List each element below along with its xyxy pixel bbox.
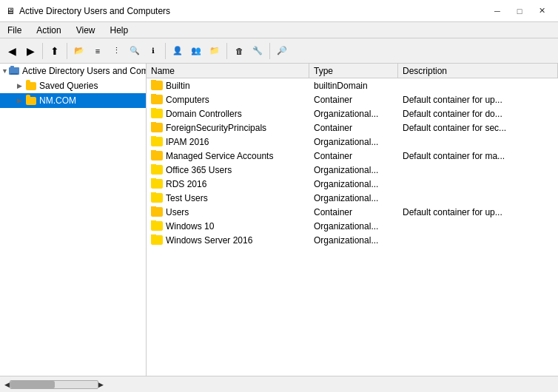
row-folder-icon [151, 165, 163, 175]
close-button[interactable]: ✕ [531, 4, 552, 18]
cell-description [398, 183, 558, 185]
cell-description [398, 240, 558, 241]
tree-root-label: Active Directory Users and Com [22, 66, 147, 76]
tree-nm-com-label: NM.COM [39, 95, 76, 106]
table-row[interactable]: Computers Container Default container fo… [147, 92, 558, 107]
maximize-button[interactable]: □ [509, 4, 530, 18]
cell-name: Office 365 Users [147, 164, 309, 176]
toolbar-detail[interactable]: ⋮ [107, 42, 125, 60]
toolbar-delete[interactable]: 🗑 [230, 42, 248, 60]
row-folder-icon [151, 221, 163, 231]
toolbar-up[interactable]: ⬆ [46, 42, 64, 60]
table-row[interactable]: Managed Service Accounts Container Defau… [147, 149, 558, 163]
table-row[interactable]: ForeignSecurityPrincipals Container Defa… [147, 121, 558, 135]
toolbar-sep-1 [42, 43, 43, 59]
cell-name: IPAM 2016 [147, 136, 309, 148]
toolbar-new-group[interactable]: 👥 [187, 42, 205, 60]
cell-name: Windows Server 2016 [147, 234, 309, 246]
tree-root-expander[interactable]: ▼ [1, 65, 8, 77]
row-folder-icon [151, 95, 163, 104]
toolbar-properties[interactable]: 🔧 [249, 42, 266, 60]
tree-saved-queries-label: Saved Queries [39, 81, 98, 91]
toolbar-search[interactable]: 🔎 [273, 42, 291, 60]
tree-saved-queries[interactable]: ▶ Saved Queries [0, 78, 146, 93]
cell-type: Organizational... [309, 178, 398, 190]
scroll-left[interactable]: ◀ [4, 381, 10, 388]
menu-view[interactable]: View [69, 22, 103, 38]
saved-queries-icon [25, 80, 37, 92]
table-row[interactable]: Builtin builtinDomain [147, 78, 558, 92]
cell-type: Container [309, 94, 398, 106]
cell-type: Organizational... [309, 234, 398, 246]
cell-name: Computers [147, 94, 309, 106]
table-row[interactable]: Office 365 Users Organizational... [147, 163, 558, 177]
cell-name: Domain Controllers [147, 108, 309, 120]
cell-description [398, 141, 558, 143]
toolbar-list[interactable]: ≡ [89, 42, 107, 60]
cell-description [398, 226, 558, 227]
table-row[interactable]: Test Users Organizational... [147, 191, 558, 205]
cell-type: Container [309, 122, 398, 134]
toolbar-back[interactable]: ◀ [3, 42, 21, 60]
toolbar-sep-4 [226, 43, 227, 59]
cell-description: Default container for up... [398, 206, 558, 218]
table-row[interactable]: Domain Controllers Organizational... Def… [147, 107, 558, 121]
col-description[interactable]: Description [398, 64, 558, 78]
list-body: Builtin builtinDomain Computers Containe… [147, 78, 558, 376]
cell-name: Test Users [147, 192, 309, 204]
tree-root-icon [8, 65, 20, 77]
left-panel: ▼ Active Directory Users and Com ▶ Saved… [0, 64, 147, 376]
toolbar-sep-2 [67, 43, 67, 59]
saved-queries-expander[interactable]: ▶ [13, 80, 25, 92]
title-bar-controls: ─ □ ✕ [487, 4, 552, 18]
toolbar-sep-5 [269, 43, 270, 59]
status-bar: ◀ ▶ [0, 376, 558, 392]
table-row[interactable]: Windows Server 2016 Organizational... [147, 233, 558, 247]
toolbar-forward[interactable]: ▶ [21, 42, 39, 60]
row-folder-icon [151, 123, 163, 132]
table-row[interactable]: Users Container Default container for up… [147, 205, 558, 219]
toolbar-new-ou[interactable]: 📁 [206, 42, 223, 60]
row-folder-icon [151, 179, 163, 189]
cell-description [398, 85, 558, 87]
minimize-button[interactable]: ─ [487, 4, 508, 18]
list-header: Name Type Description [147, 64, 558, 78]
toolbar-new-user[interactable]: 👤 [169, 42, 186, 60]
cell-description: Default container for ma... [398, 150, 558, 162]
scroll-right[interactable]: ▶ [98, 381, 104, 388]
cell-type: builtinDomain [309, 80, 398, 92]
nm-com-icon [25, 95, 37, 107]
menu-action[interactable]: Action [29, 22, 68, 38]
app-icon: 🖥 [6, 6, 15, 16]
cell-type: Container [309, 150, 398, 162]
main-layout: ▼ Active Directory Users and Com ▶ Saved… [0, 64, 558, 376]
cell-type: Organizational... [309, 192, 398, 204]
table-row[interactable]: Windows 10 Organizational... [147, 219, 558, 233]
scroll-thumb[interactable] [10, 381, 55, 388]
cell-type: Organizational... [309, 136, 398, 148]
row-folder-icon [151, 193, 163, 203]
right-panel: Name Type Description Builtin builtinDom… [147, 64, 558, 376]
table-row[interactable]: IPAM 2016 Organizational... [147, 135, 558, 149]
title-bar: 🖥 Active Directory Users and Computers ─… [0, 0, 558, 22]
toolbar-show-hide[interactable]: 📂 [70, 42, 88, 60]
title-bar-text: Active Directory Users and Computers [19, 6, 170, 16]
cell-type: Container [309, 206, 398, 218]
toolbar-filter[interactable]: 🔍 [126, 42, 144, 60]
cell-type: Organizational... [309, 220, 398, 232]
menu-file[interactable]: File [0, 22, 29, 38]
table-row[interactable]: RDS 2016 Organizational... [147, 177, 558, 191]
row-folder-icon [151, 81, 163, 90]
col-name[interactable]: Name [147, 64, 309, 78]
cell-name: Users [147, 206, 309, 218]
cell-name: ForeignSecurityPrincipals [147, 122, 309, 134]
tree-nm-com[interactable]: ▶ NM.COM [0, 93, 146, 108]
toolbar-info[interactable]: ℹ [144, 42, 162, 60]
menu-help[interactable]: Help [103, 22, 136, 38]
col-type[interactable]: Type [309, 64, 398, 78]
cell-name: Builtin [147, 80, 309, 92]
nm-com-expander[interactable]: ▶ [13, 95, 25, 107]
scroll-track[interactable] [10, 380, 98, 389]
toolbar: ◀ ▶ ⬆ 📂 ≡ ⋮ 🔍 ℹ 👤 👥 📁 🗑 🔧 🔎 [0, 38, 558, 64]
tree-root[interactable]: ▼ Active Directory Users and Com [0, 64, 146, 78]
